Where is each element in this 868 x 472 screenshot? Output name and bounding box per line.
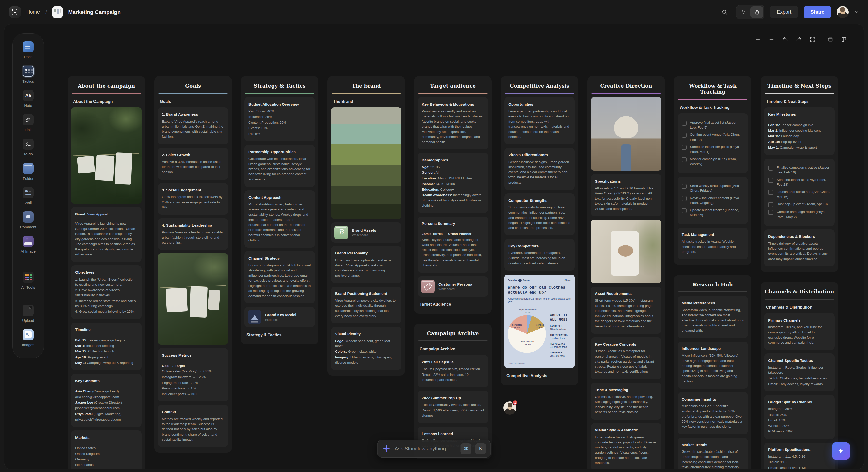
task-row[interactable]: Finalize campaign creative (Jasper Lee, … [768, 165, 831, 175]
board-section-timeline-next-steps[interactable]: Timeline & Next StepsTimeline & Next Ste… [761, 76, 838, 272]
sidebar-item-upload[interactable]: Upload [22, 305, 34, 323]
chevron-down-icon[interactable] [854, 10, 859, 14]
task-checklist[interactable]: Approve final asset list (Jasper Lee, Fe… [678, 114, 748, 173]
board-section-creative-direction[interactable]: Creative DirectionSpecificationsAll asse… [587, 76, 665, 469]
sidebar-item-all-tools[interactable]: All Tools [21, 272, 35, 289]
note-card-channel-strategy[interactable]: Channel StrategyFocus on Instagram and T… [244, 251, 315, 303]
textile-waste-infographic[interactable]: SaturdaySphereAtmosWhere do our old clot… [504, 275, 575, 368]
note-card-key-creative-concepts[interactable]: Key Creative Concepts"Urban Bloom" as a … [591, 337, 661, 379]
redo-icon[interactable] [794, 34, 804, 44]
user-avatar[interactable] [837, 6, 849, 18]
note-card-vireo-s-differentiators[interactable]: Vireo's DifferentiatorsGender-inclusive … [504, 148, 575, 190]
sidebar-item-wall[interactable]: Wall [23, 187, 34, 205]
checkbox[interactable] [768, 190, 773, 195]
note-card-3-social-engagement[interactable]: 3. Social EngagementGrow Instagram and T… [158, 183, 228, 215]
export-button[interactable]: Export [770, 6, 798, 19]
task-row[interactable]: Launch paid social ads (Aria Chen, Mar 1… [768, 189, 831, 199]
note-card[interactable]: Brand: Vireo ApparelVireo Apparel is lau… [71, 207, 142, 262]
frame-icon[interactable] [825, 34, 835, 44]
checkbox[interactable] [768, 166, 773, 171]
fullscreen-icon[interactable] [807, 34, 817, 44]
task-row[interactable]: Approve final asset list (Jasper Lee, Fe… [682, 120, 744, 130]
cursor-tool-icon[interactable] [737, 6, 750, 18]
attachment-brand-assets[interactable]: BBrand AssetsWhiteboard [331, 222, 401, 243]
text-block[interactable]: Strategy & Tactics [246, 333, 313, 337]
board-section-strategy-tactics[interactable]: Strategy & TacticsBudget Allocation Over… [241, 76, 318, 344]
note-card-markets[interactable]: MarketsUnited StatesUnited KingdomGerman… [71, 431, 142, 469]
note-card-key-competitors[interactable]: Key CompetitorsEverlane, Reformation, Pa… [504, 239, 575, 271]
note-card-dependencies-blockers[interactable]: Dependencies & BlockersTimely delivery o… [764, 229, 835, 266]
attachment-brand-key-model[interactable]: Brand Key ModelBlueprint [244, 307, 315, 327]
checkbox[interactable] [768, 210, 773, 215]
text-block[interactable]: Campaign Archive [420, 347, 486, 351]
note-card-consumer-insights[interactable]: Consumer InsightsMillennials and Gen Z p… [678, 392, 748, 434]
text-block[interactable]: Target Audience [420, 302, 486, 307]
text-block[interactable]: About the Campaign [73, 99, 140, 104]
note-card-2022-summer-pop-up[interactable]: 2022 Summer Pop-UpFocus: Community event… [418, 391, 488, 423]
note-card-brand-personality[interactable]: Brand PersonalityUrban, inclusive, optim… [331, 246, 401, 283]
zoom-out-icon[interactable] [767, 34, 777, 44]
sidebar-item-ai-image[interactable]: AI Image [21, 236, 36, 253]
task-row[interactable]: Review influencer content (Priya Patel, … [682, 195, 744, 206]
board-thumbnail[interactable] [53, 6, 63, 18]
board-section-channels-distribution[interactable]: Channels & DistributionChannels & Distri… [761, 282, 838, 469]
task-row[interactable]: Send weekly status update (Aria Chen, Fr… [682, 183, 744, 193]
board-section-campaign-archive[interactable]: Campaign ArchiveCampaign Archive2023 Fal… [414, 324, 492, 459]
note-card-platform-specifications[interactable]: Platform SpecificationsInstagram: 1:1, 4… [764, 443, 835, 470]
note-card-channel-specific-tactics[interactable]: Channel-Specific TacticsInstagram: Reels… [764, 353, 835, 391]
goals-photo-clothesline[interactable] [158, 253, 228, 345]
checkbox[interactable] [682, 133, 687, 138]
task-row[interactable]: Compile campaign report (Priya Patel, Ma… [768, 210, 831, 219]
brand-photo-knitwear[interactable] [331, 107, 401, 219]
note-card-2-sales-growth[interactable]: 2. Sales GrowthAchieve a 30% increase in… [158, 148, 228, 180]
task-row[interactable]: Host pop-up event (Team, Apr 10) [768, 201, 831, 207]
search-icon[interactable] [719, 6, 731, 18]
note-card-opportunities[interactable]: OpportunitiesLeverage urban partnerships… [504, 97, 575, 144]
sidebar-item-tactics[interactable]: Tactics [22, 66, 34, 83]
note-card-budget-split-by-channel[interactable]: Budget Split by ChannelInstagram: 35%Tik… [764, 395, 835, 439]
note-card-timeline[interactable]: TimelineFeb 15: Teaser campaign beginsMa… [71, 323, 142, 370]
text-block[interactable]: The Brand [333, 99, 399, 104]
note-card-visual-identity[interactable]: Visual IdentityLogo: Modern sans-serif, … [331, 327, 401, 370]
checkbox[interactable] [682, 196, 687, 201]
sidebar-item-to-do[interactable]: To-do [23, 138, 34, 156]
text-block[interactable]: Goals [160, 99, 226, 104]
note-card-content-approach[interactable]: Content ApproachMix of short-form video,… [244, 190, 315, 248]
note-card-task-management[interactable]: Task ManagementAll tasks tracked in Asan… [678, 228, 748, 259]
board-section-goals[interactable]: GoalsGoals1. Brand AwarenessExpand Vireo… [154, 76, 232, 452]
board-canvas[interactable]: DocsTacticsAaNoteLinkTo-doFolderWallComm… [4, 24, 864, 469]
note-card-specifications[interactable]: SpecificationsAll assets in 1:1 and 9:16… [591, 174, 661, 216]
task-checklist[interactable]: Finalize campaign creative (Jasper Lee, … [764, 159, 835, 226]
board-section-research-hub[interactable]: Research HubMedia PreferencesShort-form … [674, 275, 751, 469]
ask-input-placeholder[interactable]: Ask Storyflow anything... [395, 446, 450, 452]
note-card-demographics[interactable]: DemographicsAge: 22–35Gender: AllLocatio… [418, 153, 488, 213]
ai-assistant-button[interactable] [832, 442, 850, 460]
hand-tool-icon[interactable] [750, 6, 763, 18]
text-block[interactable]: Competitive Analysis [506, 374, 573, 378]
sidebar-item-folder[interactable]: Folder [23, 163, 34, 181]
checkbox[interactable] [682, 184, 687, 189]
board-section-workflow-task-tracking[interactable]: Workflow & Task TrackingWorkflow & Task … [674, 76, 751, 265]
layout-icon[interactable] [839, 34, 849, 44]
note-card-visual-style-aesthetic[interactable]: Visual Style & AestheticUrban nature fus… [591, 423, 661, 469]
note-card-key-milestones[interactable]: Key MilestonesFeb 15: Teaser campaign li… [764, 107, 835, 155]
text-block[interactable]: Timeline & Next Steps [766, 99, 833, 104]
note-card-key-contacts[interactable]: Key ContactsAria Chen (Campaign Lead)ari… [71, 374, 142, 427]
board-section-the-brand[interactable]: The brandThe BrandBBrand AssetsWhiteboar… [328, 76, 405, 376]
checkbox[interactable] [768, 178, 773, 183]
note-card-key-behaviors-motivations[interactable]: Key Behaviors & MotivationsPrioritizes e… [418, 97, 488, 149]
sidebar-item-link[interactable]: Link [23, 114, 34, 132]
note-card-4-sustainability-leadership[interactable]: 4. Sustainability LeadershipPosition Vir… [158, 218, 228, 250]
board-section-target-audience[interactable]: Target audienceKey Behaviors & Motivatio… [414, 76, 492, 314]
note-card-persona-summary[interactable]: Persona SummaryJamie Torres — Urban Plan… [418, 217, 488, 273]
checkbox[interactable] [682, 121, 687, 126]
note-card-brand-positioning-statement[interactable]: Brand Positioning StatementVireo Apparel… [331, 287, 401, 324]
board-section-competitive-analysis[interactable]: Competitive AnalysisOpportunitiesLeverag… [501, 76, 578, 385]
checkbox[interactable] [768, 202, 773, 207]
note-card-1-brand-awareness[interactable]: 1. Brand AwarenessExpand Vireo Apparel's… [158, 107, 228, 144]
note-card-media-preferences[interactable]: Media PreferencesShort-form video, authe… [678, 296, 748, 338]
board-section-about-the-campaign[interactable]: About the campaignAbout the CampaignBran… [68, 76, 145, 469]
task-checklist[interactable]: Send weekly status update (Aria Chen, Fr… [678, 177, 748, 224]
note-card-2023-fall-capsule[interactable]: 2023 Fall CapsuleFocus: Upcycled denim, … [418, 355, 488, 387]
attachment-customer-persona[interactable]: Customer PersonaWhiteboard [418, 276, 488, 296]
